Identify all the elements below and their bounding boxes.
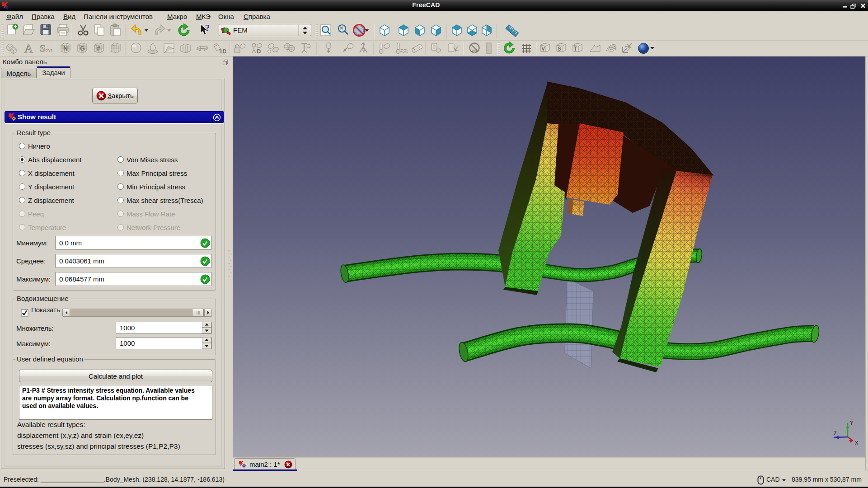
svg-text:X: X bbox=[855, 440, 859, 446]
svg-text:N: N bbox=[63, 45, 68, 52]
svg-text:?: ? bbox=[205, 23, 210, 33]
svg-text:V: V bbox=[541, 46, 545, 52]
svg-text:#: # bbox=[97, 45, 100, 52]
svg-text:Y: Y bbox=[850, 420, 854, 426]
svg-text:D: D bbox=[257, 48, 261, 55]
svg-text:Z: Z bbox=[834, 431, 837, 436]
svg-text:A: A bbox=[24, 42, 33, 55]
svg-text:T: T bbox=[574, 46, 577, 52]
svg-text:S: S bbox=[558, 46, 561, 52]
svg-text:1D: 1D bbox=[219, 48, 226, 55]
svg-text:S: S bbox=[40, 42, 45, 54]
svg-text:G: G bbox=[80, 45, 85, 52]
svg-text:olver: olver bbox=[45, 48, 52, 52]
